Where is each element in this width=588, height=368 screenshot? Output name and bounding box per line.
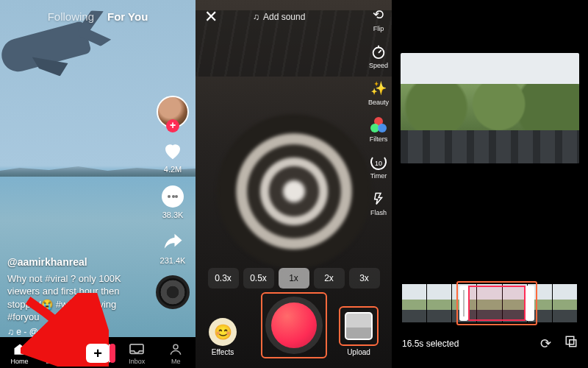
flash-icon bbox=[370, 190, 387, 208]
profile-icon bbox=[169, 342, 182, 357]
close-icon[interactable]: ✕ bbox=[204, 7, 218, 26]
rotate-button[interactable]: ⟳ bbox=[540, 336, 551, 352]
comment-icon bbox=[162, 185, 184, 208]
aspect-icon bbox=[564, 335, 578, 348]
like-button[interactable]: 4.2M bbox=[160, 138, 185, 174]
zoom-row: 0.3x 0.5x 1x 2x 3x bbox=[196, 268, 392, 289]
speed-icon bbox=[370, 43, 387, 60]
bottom-nav: Home Discover + Inbox Me bbox=[0, 337, 196, 368]
feed-top-tabs: Following For You bbox=[0, 10, 196, 23]
effects-button[interactable]: 😊 Effects bbox=[209, 318, 237, 356]
svg-rect-2 bbox=[130, 344, 143, 353]
inbox-icon bbox=[129, 343, 145, 356]
svg-rect-7 bbox=[570, 340, 576, 347]
zoom-1x[interactable]: 1x bbox=[279, 268, 309, 289]
caption-text: Why not #viral ? only 100K viewers and f… bbox=[7, 272, 144, 324]
nav-home[interactable]: Home bbox=[4, 342, 36, 365]
trim-screen: 16.5s selected ⟳ bbox=[392, 0, 588, 368]
effects-icon: 😊 bbox=[209, 318, 237, 346]
flash-label: Flash bbox=[370, 209, 387, 216]
mic-puff bbox=[217, 114, 371, 269]
nav-home-label: Home bbox=[11, 358, 29, 365]
aspect-button[interactable] bbox=[564, 335, 578, 352]
filters-button[interactable]: Filters bbox=[370, 116, 388, 143]
music-note-icon: ♫ bbox=[253, 12, 259, 22]
speed-label: Speed bbox=[369, 62, 388, 69]
share-count: 231.4K bbox=[160, 256, 186, 265]
beauty-icon: ✨ bbox=[370, 79, 387, 97]
timer-icon: 10 bbox=[370, 153, 387, 171]
trim-selection[interactable] bbox=[456, 281, 537, 325]
svg-text:10: 10 bbox=[375, 160, 382, 167]
nav-me[interactable]: Me bbox=[159, 342, 192, 365]
upload-button[interactable]: Upload bbox=[339, 306, 379, 356]
speed-button[interactable]: Speed bbox=[369, 43, 388, 69]
record-button[interactable] bbox=[265, 297, 323, 354]
home-icon bbox=[12, 342, 28, 357]
music-marquee[interactable]: ♫ e - @siddharth🇮🇳 orig bbox=[7, 327, 103, 337]
preview-foreground bbox=[401, 130, 579, 163]
camera-topbar: ✕ ♫ Add sound bbox=[196, 7, 392, 26]
trim-selection-inner bbox=[468, 286, 526, 321]
beauty-label: Beauty bbox=[368, 99, 389, 106]
camera-side-toolbar: ⟲ Flip Speed ✨ Beauty Filters 10 Timer bbox=[368, 6, 389, 216]
action-rail: + 4.2M 38.3K 231.4K bbox=[156, 96, 190, 309]
rotate-icon: ⟳ bbox=[540, 336, 551, 351]
comment-button[interactable]: 38.3K bbox=[160, 184, 185, 219]
video-preview bbox=[401, 53, 579, 163]
video-caption: @aamirkhanreal Why not #viral ? only 100… bbox=[7, 255, 144, 324]
like-count: 4.2M bbox=[164, 165, 182, 174]
selection-duration: 16.5s selected bbox=[402, 339, 459, 349]
svg-line-1 bbox=[60, 351, 64, 355]
flip-label: Flip bbox=[373, 25, 384, 32]
upload-icon bbox=[345, 312, 373, 340]
nav-discover[interactable]: Discover bbox=[43, 342, 75, 365]
search-icon bbox=[51, 342, 66, 357]
trim-handle-right[interactable] bbox=[529, 290, 531, 316]
author-username[interactable]: @aamirkhanreal bbox=[7, 255, 144, 269]
author-avatar[interactable]: + bbox=[157, 96, 189, 128]
flip-button[interactable]: ⟲ Flip bbox=[370, 6, 387, 32]
filters-label: Filters bbox=[370, 135, 388, 143]
record-highlight bbox=[261, 292, 327, 358]
camera-bottom: 😊 Effects Upload bbox=[196, 291, 392, 359]
plus-icon: + bbox=[86, 344, 110, 363]
upload-highlight bbox=[339, 306, 379, 346]
nav-me-label: Me bbox=[171, 358, 181, 365]
follow-plus-icon[interactable]: + bbox=[166, 119, 179, 132]
heart-icon bbox=[162, 140, 184, 162]
trim-timeline[interactable] bbox=[402, 284, 578, 322]
create-plus-button[interactable]: + bbox=[83, 344, 112, 363]
feed-screen: Following For You + 4.2M 38.3K 231.4K @a… bbox=[0, 0, 196, 368]
filters-icon bbox=[370, 117, 387, 133]
add-sound-button[interactable]: ♫ Add sound bbox=[253, 12, 305, 22]
zoom-3x[interactable]: 3x bbox=[349, 268, 380, 289]
nav-create[interactable]: + bbox=[82, 344, 114, 363]
timer-button[interactable]: 10 Timer bbox=[370, 153, 387, 180]
beauty-button[interactable]: ✨ Beauty bbox=[368, 79, 389, 106]
tab-following[interactable]: Following bbox=[48, 10, 94, 23]
nav-inbox-label: Inbox bbox=[129, 358, 145, 365]
comment-count: 38.3K bbox=[162, 210, 184, 219]
tab-for-you[interactable]: For You bbox=[107, 10, 148, 23]
sound-disc[interactable] bbox=[156, 275, 190, 309]
share-button[interactable]: 231.4K bbox=[160, 230, 186, 265]
flip-icon: ⟲ bbox=[370, 6, 387, 24]
svg-point-0 bbox=[53, 344, 62, 353]
timer-label: Timer bbox=[370, 172, 387, 180]
effects-label: Effects bbox=[212, 348, 234, 356]
record-icon bbox=[271, 302, 317, 348]
nav-discover-label: Discover bbox=[46, 358, 71, 365]
camera-screen: ✕ ♫ Add sound ⟲ Flip Speed ✨ Beauty Filt… bbox=[196, 0, 392, 368]
trim-handle-left[interactable] bbox=[463, 290, 465, 316]
add-sound-label: Add sound bbox=[263, 12, 305, 22]
zoom-0.3x[interactable]: 0.3x bbox=[208, 268, 239, 289]
upload-label: Upload bbox=[347, 348, 370, 356]
zoom-0.5x[interactable]: 0.5x bbox=[243, 268, 274, 289]
zoom-2x[interactable]: 2x bbox=[314, 268, 345, 289]
flash-button[interactable]: Flash bbox=[370, 190, 387, 216]
trim-bottom-bar: 16.5s selected ⟳ bbox=[402, 335, 578, 352]
nav-inbox[interactable]: Inbox bbox=[121, 342, 153, 365]
svg-point-3 bbox=[173, 344, 178, 349]
share-icon bbox=[162, 231, 184, 253]
